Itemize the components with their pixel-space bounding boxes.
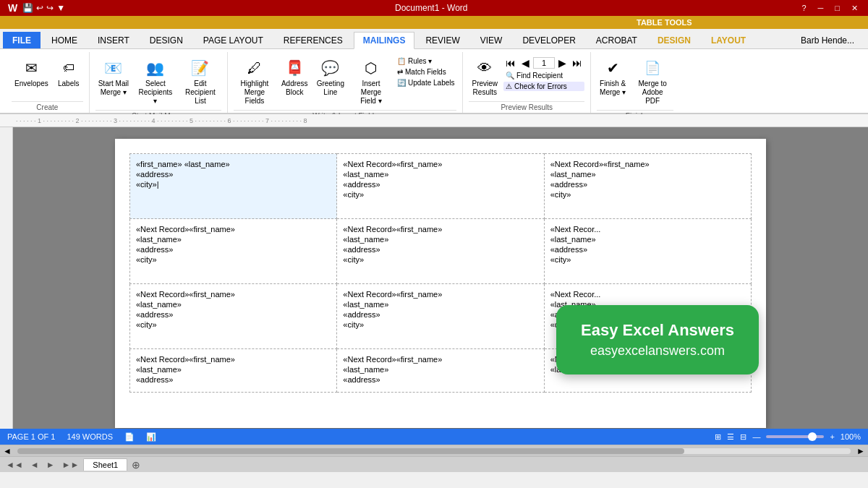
tab-view[interactable]: VIEW xyxy=(471,32,512,48)
quick-access-dropdown[interactable]: ▼ xyxy=(56,3,65,13)
zoom-in-btn[interactable]: + xyxy=(830,432,834,441)
scroll-right-btn[interactable]: ► xyxy=(854,446,868,456)
merge-to-pdf-button[interactable]: 📄 Merge toAdobe PDF xyxy=(631,55,673,107)
last-record-button[interactable]: ⏭ xyxy=(570,56,584,69)
zoom-out-btn[interactable]: — xyxy=(752,432,760,441)
label-cell[interactable]: «Next Record»«first_name» «last_name» «a… xyxy=(130,284,337,349)
find-recipient-button[interactable]: 🔍 Find Recipient xyxy=(503,71,584,80)
label-cell[interactable]: «Next Record»«first_name» «last_name» «a… xyxy=(130,219,337,284)
greeting-line-button[interactable]: 💬 GreetingLine xyxy=(314,55,347,98)
rules-button[interactable]: 📋 Rules ▾ xyxy=(395,56,457,66)
document-title: Document1 - Word xyxy=(65,3,797,13)
tab-design2[interactable]: DESIGN xyxy=(648,32,700,48)
cell-text: «address» xyxy=(550,180,745,189)
help-btn[interactable]: ? xyxy=(797,4,810,13)
cell-text: «first_name» «last_name» xyxy=(136,160,331,168)
label-cell[interactable]: «first_name» «last_name» «address» «city… xyxy=(130,154,337,219)
label-cell[interactable]: «Next Record»«first_name» «last_name» «a… xyxy=(337,349,544,393)
tab-review[interactable]: REVIEW xyxy=(416,32,469,48)
tab-design[interactable]: DESIGN xyxy=(140,32,192,48)
highlight-merge-fields-button[interactable]: 🖊 HighlightMerge Fields xyxy=(234,55,276,107)
update-labels-button[interactable]: 🔄 Update Labels xyxy=(395,78,457,87)
view-reading-icon[interactable]: ☰ xyxy=(727,432,734,442)
minimize-btn[interactable]: ─ xyxy=(814,4,828,13)
scroll-track[interactable] xyxy=(17,448,851,454)
cell-text: «Next Recor... xyxy=(550,225,745,234)
match-fields-button[interactable]: ⇄ Match Fields xyxy=(395,67,457,77)
view-web-icon[interactable]: ⊟ xyxy=(740,432,746,442)
ruler-marks: · · · · · · 1 · · · · · · · · · 2 · · · … xyxy=(16,117,307,124)
match-fields-label: Match Fields xyxy=(405,68,446,76)
sheet-first-btn[interactable]: ◄◄ xyxy=(3,458,26,471)
sheet-last-btn[interactable]: ►► xyxy=(59,458,82,471)
group-finish-content: ✔ Finish &Merge ▾ 📄 Merge toAdobe PDF xyxy=(597,52,673,110)
maximize-btn[interactable]: □ xyxy=(830,4,844,13)
labels-label: Labels xyxy=(58,80,79,88)
cell-text: «city» xyxy=(550,190,745,199)
preview-results-label: PreviewResults xyxy=(472,80,498,97)
label-cell[interactable]: «Next Record»«first_name» «last_name» «a… xyxy=(337,219,544,284)
window-controls[interactable]: ? ─ □ ✕ xyxy=(797,4,862,13)
prev-record-button[interactable]: ◀ xyxy=(519,56,532,69)
table-icon: 📊 xyxy=(146,432,156,442)
label-cell[interactable]: «Next Record»«first_name» «last_name» «a… xyxy=(130,349,337,393)
redo-icon[interactable]: ↪ xyxy=(46,3,54,13)
check-errors-button[interactable]: ⚠ Check for Errors xyxy=(503,82,584,91)
tab-layout[interactable]: LAYOUT xyxy=(702,32,755,48)
cell-text: «Next Record»«first_name» xyxy=(343,355,537,364)
zoom-level: 100% xyxy=(841,432,861,441)
sheet-prev-btn[interactable]: ◄ xyxy=(27,458,42,471)
cell-text: «address» xyxy=(136,375,331,384)
zoom-slider[interactable] xyxy=(766,435,824,438)
close-btn[interactable]: ✕ xyxy=(847,4,862,13)
labels-button[interactable]: 🏷 Labels xyxy=(54,55,83,90)
group-create: ✉ Envelopes 🏷 Labels Create xyxy=(6,52,90,113)
group-start-mail-merge: 📧 Start MailMerge ▾ 👥 SelectRecipients ▾… xyxy=(90,52,228,113)
preview-results-button[interactable]: 👁 PreviewResults xyxy=(469,55,501,98)
view-normal-icon[interactable]: ⊞ xyxy=(715,432,721,442)
ruler: · · · · · · 1 · · · · · · · · · 2 · · · … xyxy=(0,114,868,127)
tab-page-layout[interactable]: PAGE LAYOUT xyxy=(194,32,273,48)
cell-text: «last_name» xyxy=(550,235,745,244)
envelopes-button[interactable]: ✉ Envelopes xyxy=(12,55,51,90)
label-cell[interactable]: «Next Recor... «last_name» «address» «ci… xyxy=(544,219,751,284)
label-cell[interactable]: «Next Record»«first_name» «last_name» «a… xyxy=(544,154,751,219)
start-mail-merge-button[interactable]: 📧 Start MailMerge ▾ xyxy=(95,55,132,98)
edit-recipient-label: EditRecipient List xyxy=(182,80,218,106)
tab-insert[interactable]: INSERT xyxy=(88,32,139,48)
overlay-box: Easy Excel Answers easyexcelanswers.com xyxy=(556,305,759,374)
title-bar: W 💾 ↩ ↪ ▼ Document1 - Word ? ─ □ ✕ xyxy=(0,0,868,16)
sheet-tab-sheet1[interactable]: Sheet1 xyxy=(83,458,127,471)
tab-user[interactable]: Barb Hende... xyxy=(791,32,864,48)
record-number-input[interactable]: 1 xyxy=(533,57,555,69)
document-scroll[interactable]: «first_name» «last_name» «address» «city… xyxy=(13,127,868,429)
tab-developer[interactable]: DEVELOPER xyxy=(513,32,584,48)
add-sheet-btn[interactable]: ⊕ xyxy=(129,458,143,472)
sheet-next-btn[interactable]: ► xyxy=(43,458,58,471)
scroll-left-btn[interactable]: ◄ xyxy=(0,446,14,456)
tab-acrobat[interactable]: ACROBAT xyxy=(587,32,647,48)
tab-references[interactable]: REFERENCES xyxy=(274,32,352,48)
first-record-button[interactable]: ⏮ xyxy=(503,56,518,69)
check-errors-label: Check for Errors xyxy=(514,82,567,90)
tab-home[interactable]: HOME xyxy=(42,32,87,48)
envelopes-label: Envelopes xyxy=(14,80,48,88)
insert-merge-field-button[interactable]: ⬡ Insert MergeField ▾ xyxy=(350,55,392,107)
label-cell[interactable]: «Next Record»«first_name» «last_name» «a… xyxy=(337,284,544,349)
merge-to-pdf-icon: 📄 xyxy=(641,56,664,80)
horizontal-scrollbar[interactable]: ◄ ► xyxy=(0,445,868,456)
finish-merge-button[interactable]: ✔ Finish &Merge ▾ xyxy=(597,55,629,98)
address-block-button[interactable]: 📮 AddressBlock xyxy=(278,55,311,98)
label-cell[interactable]: «Next Record»«first_name» «last_name» «a… xyxy=(337,154,544,219)
label-row: «Next Record»«first_name» «last_name» «a… xyxy=(130,219,752,284)
undo-icon[interactable]: ↩ xyxy=(36,3,43,13)
select-recipients-button[interactable]: 👥 SelectRecipients ▾ xyxy=(135,55,176,107)
next-record-button[interactable]: ▶ xyxy=(556,56,569,69)
tab-file[interactable]: FILE xyxy=(3,32,41,48)
tab-mailings[interactable]: MAILINGS xyxy=(354,32,415,49)
save-icon[interactable]: 💾 xyxy=(22,3,33,13)
cell-text: «address» xyxy=(136,245,331,254)
select-recipients-icon: 👥 xyxy=(144,56,167,80)
edit-recipient-list-button[interactable]: 📝 EditRecipient List xyxy=(179,55,221,107)
title-bar-left[interactable]: W 💾 ↩ ↪ ▼ xyxy=(6,2,65,14)
